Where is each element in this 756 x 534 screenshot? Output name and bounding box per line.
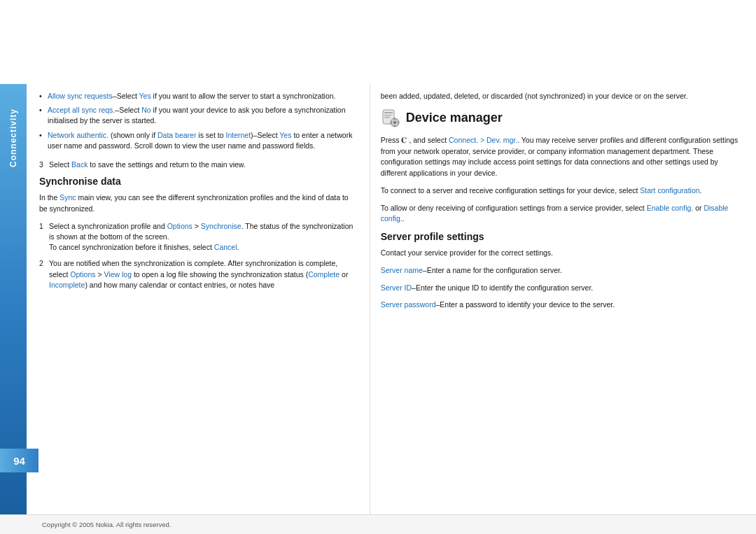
page-number-box: 94 (0, 449, 38, 472)
svg-point-5 (393, 121, 396, 124)
server-id-entry: Server ID–Enter the unique ID to identif… (381, 283, 742, 294)
server-profile-intro: Contact your service provider for the co… (381, 248, 742, 259)
bullet3-text2: is set to (196, 131, 225, 139)
sync-step-2-text: You are notified when the synchronizatio… (49, 258, 356, 290)
options-link-2: Options (70, 270, 95, 279)
server-password-link: Server password (381, 300, 436, 309)
yes-link-2: Yes (279, 131, 291, 139)
enable-config-link: Enable config. (647, 204, 694, 212)
device-manager-title: Device manager (406, 111, 503, 125)
internet-link: Internet (225, 131, 251, 139)
bullet-list: Allow sync requests–Select Yes if you wa… (39, 91, 356, 151)
device-manager-para2: To connect to a server and receive confi… (381, 185, 742, 197)
sync-step-2: 2 You are notified when the synchronizat… (39, 258, 356, 290)
synchronise-link: Synchronise (201, 222, 241, 230)
bullet1-text2: if you want to allow the server to start… (151, 92, 336, 100)
page-number: 94 (13, 455, 25, 467)
server-password-entry: Server password–Enter a password to iden… (381, 300, 742, 311)
device-manager-icon (381, 108, 400, 128)
server-id-text: –Enter the unique ID to identify the con… (412, 283, 593, 292)
sync-step-1-num: 1 (39, 221, 49, 253)
options-link-1: Options (167, 222, 192, 230)
page-container: Connectivity 94 Allow sync requests–Sele… (0, 0, 756, 534)
right-column: been added, updated, deleted, or discard… (370, 84, 756, 514)
cancel-link: Cancel (214, 243, 237, 251)
back-link: Back (71, 160, 88, 169)
server-id-link: Server ID (381, 283, 412, 292)
device-manager-para3: To allow or deny receiving of configurat… (381, 203, 742, 225)
view-log-link: View log (104, 270, 132, 279)
bullet3-text3: )–Select (251, 131, 279, 139)
connect-devmgr-link: Connect. > Dev. mgr. (449, 136, 517, 144)
svg-rect-1 (384, 112, 393, 113)
left-column: Allow sync requests–Select Yes if you wa… (27, 84, 370, 514)
main-content: Connectivity 94 Allow sync requests–Sele… (0, 84, 756, 514)
bullet-item-1: Allow sync requests–Select Yes if you wa… (39, 91, 356, 101)
server-name-text: –Enter a name for the configuration serv… (423, 266, 562, 274)
server-password-text: –Enter a password to identify your devic… (436, 300, 615, 309)
bullet1-text1: –Select (113, 92, 139, 100)
step-3: 3 Select Back to save the settings and r… (39, 160, 356, 170)
server-name-entry: Server name–Enter a name for the configu… (381, 265, 742, 276)
yes-link-1: Yes (139, 92, 151, 100)
start-config-link: Start configuration (640, 186, 699, 195)
network-authentic-link: Network authentic. (48, 131, 108, 139)
top-whitespace (0, 0, 756, 84)
synchronise-heading: Synchronise data (39, 176, 356, 187)
data-bearer-link: Data bearer (158, 131, 196, 139)
incomplete-link: Incomplete (49, 281, 85, 289)
server-name-link: Server name (381, 266, 423, 274)
bullet-item-3: Network authentic. (shown only if Data b… (39, 130, 356, 151)
device-manager-intro: Press 𝐂 , and select Connect. > Dev. mgr… (381, 135, 742, 179)
sync-step-1-text: Select a synchronization profile and Opt… (49, 221, 356, 253)
bullet2-text1: –Select (115, 106, 141, 114)
footer-bar: Copyright © 2005 Nokia. All rights reser… (0, 514, 756, 534)
accept-sync-link: Accept all sync reqs. (48, 106, 115, 114)
server-profile-heading: Server profile settings (381, 231, 742, 242)
sidebar-label: Connectivity (8, 108, 18, 167)
sync-link: Sync (59, 193, 76, 202)
svg-rect-2 (384, 115, 391, 116)
complete-link: Complete (308, 270, 340, 279)
bullet3-text1: (shown only if (108, 131, 158, 139)
sync-step-1: 1 Select a synchronization profile and O… (39, 221, 356, 253)
content-area: Allow sync requests–Select Yes if you wa… (27, 84, 756, 514)
svg-rect-3 (384, 117, 390, 118)
synchronise-intro: In the Sync main view, you can see the d… (39, 192, 356, 215)
sync-step-2-num: 2 (39, 258, 49, 290)
step-3-text: Select Back to save the settings and ret… (49, 160, 356, 170)
no-link: No (141, 106, 150, 114)
bullet-item-2: Accept all sync reqs.–Select No if you w… (39, 105, 356, 126)
step-3-num: 3 (39, 160, 49, 170)
copyright-text: Copyright © 2005 Nokia. All rights reser… (42, 521, 171, 528)
device-manager-heading: Device manager (381, 108, 742, 128)
right-top-text: been added, updated, deleted, or discard… (381, 91, 742, 102)
allow-sync-link: Allow sync requests (48, 92, 113, 100)
